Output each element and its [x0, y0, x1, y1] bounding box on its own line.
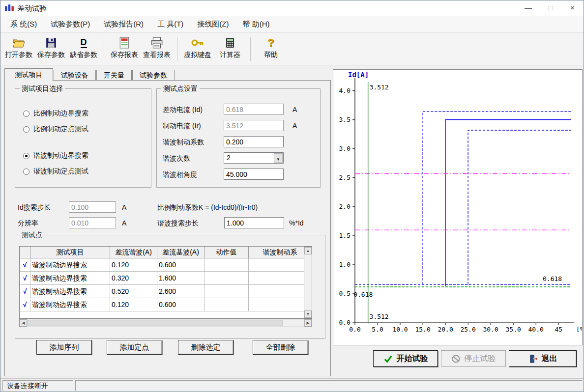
radio-icon [23, 126, 29, 133]
cell [249, 272, 312, 285]
scroll-right-icon[interactable]: ▶ [304, 319, 312, 327]
start-test-button[interactable]: 开始试验 [373, 350, 438, 367]
scroll-thumb[interactable] [28, 320, 283, 326]
stop-test-button[interactable]: 停止试验 [441, 350, 506, 367]
chevron-down-icon[interactable]: ▼ [274, 153, 283, 163]
test-item-selection-group: 测试项目选择 比例制动边界搜索 比例制动定点测试 谐波制动边界搜索 谐波制动定点… [15, 88, 151, 188]
menu-test-report[interactable]: 试验报告(R) [97, 17, 150, 32]
column-header[interactable]: 差流谐波(A) [110, 247, 157, 258]
exit-button[interactable]: 退出 [509, 350, 577, 367]
save-params-button[interactable]: 保存参数 [35, 35, 67, 63]
id-step-input[interactable] [69, 201, 116, 213]
table-row[interactable]: √ 谐波制动边界搜索 0.120 0.600 [20, 258, 312, 272]
table-vertical-scrollbar[interactable]: ▲ ▼ [304, 247, 312, 318]
row-check-icon[interactable]: √ [20, 285, 30, 298]
close-button[interactable]: × [561, 0, 584, 16]
test-point-settings-group: 测试点设置 差动电流 (Id) A 制动电流 (Ir) A 谐波制动系数 谐波次… [156, 88, 321, 188]
group-title: 测试项目选择 [20, 84, 65, 93]
delete-all-button[interactable]: 全部删除 [253, 340, 308, 355]
cell [204, 272, 249, 285]
cell [249, 258, 312, 272]
view-report-button[interactable]: 查看报表 [141, 35, 173, 63]
menu-wiring-diagram[interactable]: 接线图(Z) [190, 17, 235, 32]
radio-ratio-fixed-point[interactable]: 比例制动定点测试 [23, 124, 88, 134]
column-header[interactable]: 差流基波(A) [157, 247, 204, 258]
resolution-input[interactable] [69, 217, 116, 228]
svg-text:0.0: 0.0 [349, 326, 360, 333]
tab-test-items[interactable]: 测试项目 [4, 68, 53, 81]
svg-text:3.5: 3.5 [339, 116, 350, 123]
calculator-button[interactable]: 计算器 [214, 35, 246, 63]
save-report-button[interactable]: 保存报表 [108, 35, 141, 63]
cell: 谐波制动边界搜索 [30, 298, 110, 311]
cell [204, 258, 249, 272]
tab-test-device[interactable]: 试验设备 [54, 70, 96, 81]
cell: 0.600 [157, 298, 204, 311]
row-check-icon[interactable]: √ [20, 272, 30, 285]
maximize-button[interactable]: □ [539, 0, 561, 16]
restrain-current-input[interactable] [224, 120, 284, 131]
app-icon [4, 3, 14, 13]
column-header[interactable]: 谐波制动系 [249, 247, 312, 258]
svg-text:Id[A]: Id[A] [348, 71, 369, 79]
test-points-table: 测试项目 差流谐波(A) 差流基波(A) 动作值 谐波制动系 √ 谐波制动边界搜… [19, 246, 312, 319]
row-check-icon[interactable]: √ [20, 258, 30, 272]
cell [204, 298, 249, 311]
harmonic-phase-label: 谐波相角度 [163, 170, 197, 179]
harmonic-coeff-input[interactable] [224, 136, 284, 147]
open-params-button[interactable]: 打开参数 [2, 35, 35, 63]
scroll-down-icon[interactable]: ▼ [304, 310, 312, 318]
check-icon [383, 354, 393, 364]
menu-system[interactable]: 系 统(S) [3, 17, 44, 32]
radio-icon [23, 168, 29, 175]
table-row[interactable]: √ 谐波制动边界搜索 0.320 1.600 [20, 272, 312, 285]
scroll-up-icon[interactable]: ▲ [304, 247, 312, 254]
status-bar: 设备连接断开 [0, 378, 584, 392]
menu-tools[interactable]: 工 具(T) [150, 17, 190, 32]
add-sequence-button[interactable]: 添加序列 [36, 340, 92, 355]
stop-slash-icon [451, 354, 461, 364]
harmonic-order-select[interactable]: 2 ▼ [224, 152, 284, 164]
svg-text:0.5: 0.5 [339, 290, 350, 297]
radio-ratio-boundary-search[interactable]: 比例制动边界搜索 [23, 109, 88, 118]
virtual-keyboard-button[interactable]: 虚拟键盘 [181, 35, 214, 63]
row-check-icon[interactable]: √ [20, 298, 30, 311]
svg-text:0.618: 0.618 [543, 275, 562, 282]
group-title: 测试点 [20, 231, 44, 240]
svg-text:25.0: 25.0 [460, 326, 475, 333]
test-points-group: 测试点 测试项目 差流谐波(A) 差流基波(A) 动作值 谐波制动系 √ 谐波制… [15, 235, 325, 339]
help-button[interactable]: ? 帮助 [255, 35, 287, 63]
table-row[interactable]: √ 谐波制动边界搜索 0.520 2.600 [20, 285, 312, 298]
svg-text:1.5: 1.5 [339, 232, 350, 239]
radio-harmonic-boundary-search[interactable]: 谐波制动边界搜索 [23, 151, 88, 161]
cell: 0.600 [157, 258, 204, 272]
column-header[interactable]: 测试项目 [30, 247, 110, 258]
cell: 0.520 [110, 285, 157, 298]
table-horizontal-scrollbar[interactable]: ◀ ▶ [19, 319, 312, 327]
minimize-button[interactable]: — [517, 0, 539, 16]
diff-current-input[interactable] [224, 104, 284, 115]
add-fixed-point-button[interactable]: 添加定点 [107, 340, 162, 355]
scroll-left-icon[interactable]: ◀ [20, 319, 27, 327]
tab-test-params[interactable]: 试验参数 [132, 70, 175, 81]
cell: 0.320 [110, 272, 157, 285]
svg-text:0.0: 0.0 [339, 319, 350, 326]
menu-bar: 系 统(S) 试验参数(P) 试验报告(R) 工 具(T) 接线图(Z) 帮 助… [0, 16, 584, 33]
harmonic-phase-input[interactable] [224, 168, 284, 180]
radio-harmonic-fixed-point[interactable]: 谐波制动定点测试 [23, 167, 88, 176]
toolbar-separator [177, 37, 177, 61]
diff-current-label: 差动电流 (Id) [163, 106, 203, 114]
default-params-button[interactable]: D 缺省参数 [67, 35, 100, 63]
chart-panel: Id[A]0.00.51.01.52.02.53.03.54.00.05.010… [333, 69, 583, 345]
menu-help[interactable]: 帮 助(H) [235, 17, 276, 32]
column-header[interactable]: 动作值 [204, 247, 249, 258]
delete-selected-button[interactable]: 删除选定 [178, 340, 234, 355]
toolbar: 打开参数 保存参数 D 缺省参数 [0, 33, 584, 65]
column-header[interactable] [20, 247, 30, 258]
menu-test-params[interactable]: 试验参数(P) [44, 17, 97, 32]
tab-switch-values[interactable]: 开关量 [96, 70, 132, 81]
harmonic-step-input[interactable] [224, 217, 284, 228]
toolbar-separator [104, 37, 104, 61]
table-row[interactable]: √ 谐波制动边界搜索 0.120 0.600 [20, 298, 312, 311]
save-icon [35, 35, 67, 50]
